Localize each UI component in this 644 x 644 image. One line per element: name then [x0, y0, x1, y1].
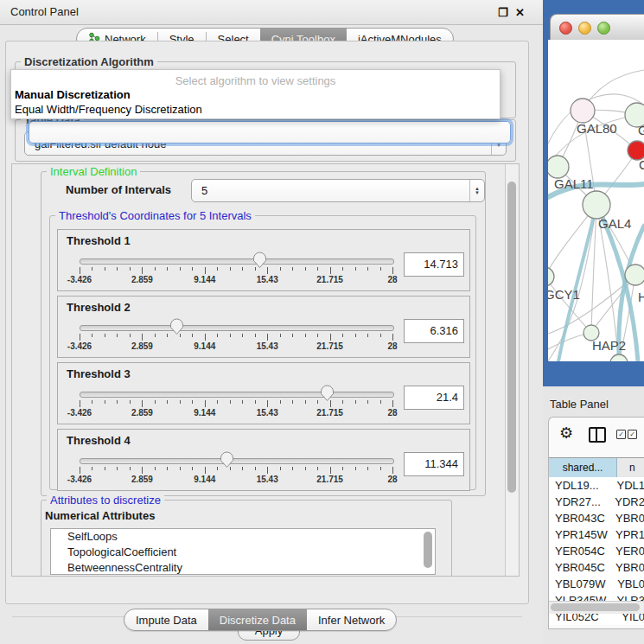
numerical-attributes-label: Numerical Attributes — [45, 509, 155, 522]
network-node-gal80[interactable] — [571, 99, 595, 123]
minimize-traffic-light[interactable] — [578, 22, 591, 35]
table-scrollbar-thumb[interactable] — [551, 603, 640, 611]
table-cell[interactable]: YDL1 — [609, 477, 644, 494]
network-window: GAL80 G. C GAL11 GAL4 GCY1 H HAP2 — [543, 0, 644, 386]
table-row[interactable]: YPR145WYPR1 — [549, 526, 644, 543]
threshold-2-value-field[interactable]: 6.316 — [404, 319, 464, 343]
table-cell[interactable]: YDR27... — [549, 494, 608, 510]
slider-ticks — [80, 400, 392, 408]
threshold-2-row: Threshold 2 -3.4262.8599.14415.4321.7152… — [57, 296, 470, 358]
threshold-coordinates-group: Threshold's Coordinates for 5 Intervals … — [49, 215, 476, 490]
table-cell[interactable]: YDR2 — [608, 494, 644, 510]
table-row[interactable]: YER054CYER0 — [549, 543, 644, 559]
popup-item-equal-width-frequency[interactable]: Equal Width/Frequency Discretization — [14, 103, 497, 118]
attributes-to-discretize-label: Attributes to discretize — [47, 494, 164, 507]
network-window-titlebar[interactable] — [550, 14, 644, 41]
table-row[interactable]: YBR043CYBR0 — [549, 510, 644, 526]
list-item[interactable]: TopologicalCoefficient — [51, 545, 435, 560]
close-traffic-light[interactable] — [559, 22, 572, 35]
list-item[interactable]: SelfLoops — [51, 529, 435, 545]
table-cell[interactable]: YBR045C — [549, 559, 609, 576]
node-label: G. — [638, 123, 644, 137]
checkbox-icon[interactable]: ✓ — [628, 430, 637, 439]
column-header-shared-name[interactable]: shared... — [549, 458, 617, 477]
column-layout-icon[interactable] — [589, 427, 606, 443]
number-of-intervals-value: 5 — [192, 184, 469, 197]
list-item[interactable]: BetweennessCentrality — [51, 560, 435, 575]
tab-impute-data[interactable]: Impute Data — [124, 609, 208, 630]
stepper-arrows-icon[interactable]: ▲▼ — [469, 180, 484, 201]
settings-scrollbar[interactable] — [505, 164, 519, 576]
threshold-3-slider-thumb[interactable] — [320, 385, 335, 402]
table-cell[interactable]: YBR0 — [609, 559, 644, 576]
table-horizontal-scrollbar[interactable] — [549, 601, 644, 614]
node-label: H — [638, 290, 644, 304]
table-cell[interactable]: YBR043C — [549, 510, 609, 526]
threshold-2-slider-thumb[interactable] — [169, 318, 184, 335]
table-cell[interactable]: YBR0 — [609, 510, 644, 526]
threshold-4-slider-track[interactable] — [80, 458, 394, 464]
table-cell[interactable]: YPR1 — [609, 526, 644, 543]
table-row[interactable]: YDL19...YDL1 — [549, 477, 644, 494]
threshold-1-row: Threshold 1 -3.4262.8599.14415.4321.7152… — [57, 229, 470, 291]
tab-discretize-data[interactable]: Discretize Data — [208, 609, 307, 630]
settings-scrollbar-thumb[interactable] — [507, 182, 516, 493]
control-panel-header: Control Panel ❐ ✕ — [0, 0, 543, 25]
gear-icon[interactable]: ⚙ — [559, 424, 573, 442]
network-canvas[interactable]: GAL80 G. C GAL11 GAL4 GCY1 H HAP2 — [548, 40, 644, 361]
network-node-gal11[interactable] — [548, 156, 569, 178]
table-cell[interactable]: YER054C — [549, 543, 609, 559]
algorithm-dropdown-popup: Select algorithm to view settings Manual… — [10, 69, 501, 119]
threshold-2-slider-track[interactable] — [80, 325, 394, 331]
attributes-to-discretize-group: Attributes to discretize Numerical Attri… — [41, 500, 452, 577]
threshold-3-slider-track[interactable] — [80, 392, 394, 398]
network-node-bottom[interactable] — [610, 354, 628, 361]
popup-item-manual-discretization[interactable]: Manual Discretization — [14, 88, 497, 103]
number-of-intervals-combobox[interactable]: 5 ▲▼ — [191, 179, 485, 202]
table-cell[interactable]: YBL0 — [610, 576, 644, 592]
table-row[interactable]: YBR045CYBR0 — [549, 559, 644, 576]
threshold-4-slider-thumb[interactable] — [220, 451, 234, 469]
tab-infer-network[interactable]: Infer Network — [307, 609, 396, 630]
node-label: C — [639, 157, 644, 172]
network-node-gal4[interactable] — [583, 191, 610, 219]
threshold-1-value-field[interactable]: 14.713 — [404, 252, 464, 277]
table-header-row: shared... n — [549, 457, 644, 478]
threshold-1-slider-track[interactable] — [80, 258, 394, 265]
algorithm-combobox[interactable] — [29, 121, 511, 143]
node-label: GCY1 — [548, 287, 580, 302]
table-panel-section: Table Panel ⚙ ✓ ✓ shared... n YDL19...YD… — [543, 386, 644, 644]
network-node-gcy1[interactable] — [548, 267, 554, 286]
slider-tick-labels: -3.4262.8599.14415.4321.71528 — [80, 275, 392, 285]
algorithm-hint-text: Select algorithm to view settings — [11, 74, 500, 87]
checkbox-icon[interactable]: ✓ — [616, 430, 626, 439]
float-window-icon[interactable]: ❐ — [498, 6, 508, 19]
node-label: GAL4 — [598, 216, 631, 231]
threshold-1-label: Threshold 1 — [67, 234, 131, 247]
close-window-icon[interactable]: ✕ — [515, 6, 525, 19]
list-scrollbar-thumb[interactable] — [424, 532, 432, 568]
slider-ticks — [80, 334, 392, 341]
zoom-traffic-light[interactable] — [597, 22, 610, 35]
threshold-2-label: Threshold 2 — [67, 301, 131, 314]
table-cell[interactable]: YPR145W — [549, 526, 609, 543]
node-table: ⚙ ✓ ✓ shared... n YDL19...YDL1YDR27...YD… — [548, 417, 644, 629]
table-cell[interactable]: YDL19... — [549, 477, 609, 494]
table-row[interactable]: YBL079WYBL0 — [549, 576, 644, 592]
table-cell[interactable]: YER0 — [609, 543, 644, 559]
table-cell[interactable]: YBL079W — [549, 576, 610, 592]
node-label: GAL80 — [577, 121, 617, 136]
threshold-4-row: Threshold 4 -3.4262.8599.14415.4321.7152… — [57, 429, 470, 491]
threshold-3-value-field[interactable]: 21.4 — [404, 386, 464, 410]
threshold-coordinates-label: Threshold's Coordinates for 5 Intervals — [55, 209, 255, 222]
network-node-h[interactable] — [625, 265, 644, 285]
threshold-4-value-field[interactable]: 11.344 — [404, 452, 464, 476]
bottom-tab-bar: Impute Data Discretize Data Infer Networ… — [124, 609, 397, 631]
table-row[interactable]: YDR27...YDR2 — [549, 494, 644, 510]
slider-ticks — [80, 467, 392, 475]
settings-scrollarea: Interval Definition Number of Intervals … — [11, 163, 520, 577]
column-header-name[interactable]: n — [617, 458, 644, 477]
slider-tick-labels: -3.4262.8599.14415.4321.71528 — [80, 475, 392, 485]
interval-definition-label: Interval Definition — [47, 165, 140, 178]
threshold-1-slider-thumb[interactable] — [252, 252, 267, 269]
